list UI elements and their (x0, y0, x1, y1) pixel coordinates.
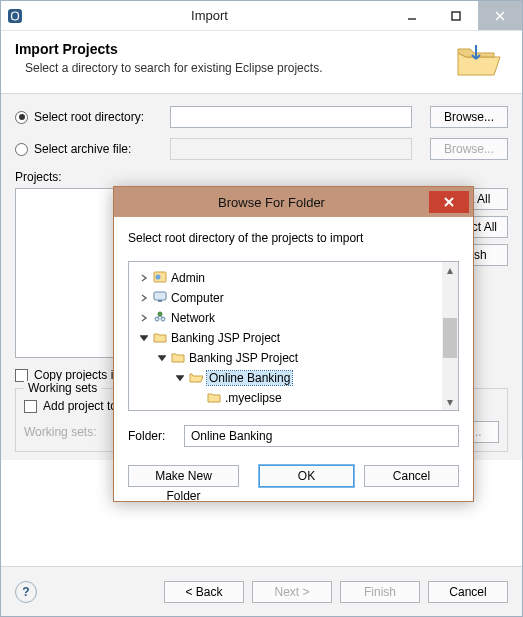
import-window-title: Import (29, 8, 390, 23)
tree-item-network[interactable]: Network (135, 308, 458, 328)
browse-titlebar: Browse For Folder (114, 187, 473, 217)
browse-cancel-button[interactable]: Cancel (364, 465, 459, 487)
archive-input (170, 138, 412, 160)
tree-item-myeclipse[interactable]: .myeclipse (135, 388, 458, 408)
computer-icon (153, 290, 167, 307)
app-icon (1, 8, 29, 24)
browse-root-button[interactable]: Browse... (430, 106, 508, 128)
import-titlebar: Import (1, 1, 522, 31)
browse-archive-button: Browse... (430, 138, 508, 160)
user-icon (153, 270, 167, 287)
folder-input[interactable] (184, 425, 459, 447)
tree-item-computer[interactable]: Computer (135, 288, 458, 308)
import-footer: ? < Back Next > Finish Cancel (1, 566, 522, 616)
svg-rect-2 (452, 12, 460, 20)
svg-point-13 (158, 312, 162, 316)
make-new-folder-button[interactable]: Make New Folder (128, 465, 239, 487)
archive-label: Select archive file: (34, 142, 164, 156)
folder-field-label: Folder: (128, 429, 176, 443)
folder-icon (207, 391, 221, 406)
chevron-down-icon[interactable] (139, 333, 149, 343)
working-sets-title: Working sets (24, 381, 101, 395)
browse-folder-dialog: Browse For Folder Select root directory … (113, 186, 474, 502)
root-dir-input[interactable] (170, 106, 412, 128)
chevron-right-icon[interactable] (139, 293, 149, 303)
cancel-button[interactable]: Cancel (428, 581, 508, 603)
add-project-check[interactable] (24, 400, 37, 413)
folder-open-icon (189, 371, 203, 386)
tree-item-online-banking[interactable]: Online Banking (135, 368, 458, 388)
svg-point-8 (156, 274, 161, 279)
ok-button[interactable]: OK (259, 465, 354, 487)
back-button[interactable]: < Back (164, 581, 244, 603)
folder-icon (171, 351, 185, 366)
browse-title: Browse For Folder (114, 195, 429, 210)
maximize-button[interactable] (434, 1, 478, 30)
import-header: Import Projects Select a directory to se… (1, 31, 522, 94)
copy-projects-check[interactable] (15, 369, 28, 382)
working-sets-label: Working sets: (24, 425, 114, 439)
chevron-down-icon[interactable] (175, 373, 185, 383)
import-header-desc: Select a directory to search for existin… (25, 61, 448, 75)
browse-close-button[interactable] (429, 191, 469, 213)
scroll-up-icon[interactable]: ▴ (442, 262, 458, 278)
tree-item-banking-1[interactable]: Banking JSP Project (135, 328, 458, 348)
network-icon (153, 310, 167, 327)
svg-rect-10 (158, 300, 162, 302)
tree-item-admin[interactable]: Admin (135, 268, 458, 288)
close-button[interactable] (478, 1, 522, 30)
tree-item-banking-2[interactable]: Banking JSP Project (135, 348, 458, 368)
svg-rect-9 (154, 292, 166, 300)
root-dir-radio[interactable] (15, 111, 28, 124)
chevron-down-icon[interactable] (157, 353, 167, 363)
chevron-right-icon[interactable] (139, 313, 149, 323)
scroll-thumb[interactable] (443, 318, 457, 358)
finish-button: Finish (340, 581, 420, 603)
root-dir-label: Select root directory: (34, 110, 164, 124)
next-button: Next > (252, 581, 332, 603)
tree-scrollbar[interactable]: ▴ ▾ (442, 262, 458, 410)
archive-radio[interactable] (15, 143, 28, 156)
import-header-title: Import Projects (15, 41, 448, 57)
folder-icon (153, 331, 167, 346)
minimize-button[interactable] (390, 1, 434, 30)
scroll-down-icon[interactable]: ▾ (442, 394, 458, 410)
svg-rect-0 (8, 9, 22, 23)
help-icon[interactable]: ? (15, 581, 37, 603)
browse-instruction: Select root directory of the projects to… (128, 231, 459, 245)
chevron-right-icon[interactable] (139, 273, 149, 283)
import-folder-icon (448, 41, 508, 81)
projects-label: Projects: (15, 170, 508, 184)
folder-tree[interactable]: Admin Computer Network Banking JSP Proje… (128, 261, 459, 411)
